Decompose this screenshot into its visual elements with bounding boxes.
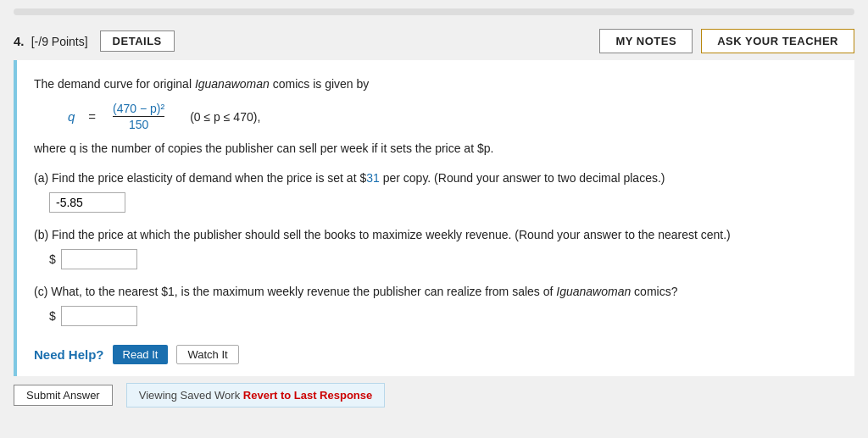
numerator: (470 − p)² (113, 102, 164, 117)
part-c-input[interactable] (61, 306, 137, 326)
points-text: [-/9 Points] (31, 35, 88, 48)
question-header: 4. [-/9 Points] DETAILS MY NOTES ASK YOU… (14, 20, 854, 60)
formula-block: q = (470 − p)² 150 (0 ≤ p ≤ 470), (68, 102, 834, 131)
watch-it-button[interactable]: Watch It (176, 345, 238, 364)
need-help-section: Need Help? Read It Watch It (34, 341, 834, 364)
question-box: The demand curve for original Iguanawoma… (14, 60, 854, 376)
my-notes-button[interactable]: MY NOTES (599, 29, 693, 53)
fraction: (470 − p)² 150 (113, 102, 164, 131)
part-a-answer-row (49, 192, 834, 213)
where-text: where q is the number of copies the publ… (34, 140, 834, 158)
viewing-text: Viewing Saved Work (139, 389, 240, 402)
part-b: (b) Find the price at which the publishe… (34, 226, 834, 269)
dollar-sign-c: $ (49, 309, 56, 323)
part-b-label: (b) Find the price at which the publishe… (34, 226, 834, 244)
header-left: 4. [-/9 Points] DETAILS (14, 30, 175, 52)
part-c-label: (c) What, to the nearest $1, is the maxi… (34, 283, 834, 301)
part-b-answer-row: $ (49, 249, 834, 269)
question-number: 4. [-/9 Points] (14, 34, 88, 48)
details-button[interactable]: DETAILS (100, 30, 175, 52)
revert-link[interactable]: Revert to Last Response (243, 389, 372, 402)
question-number-text: 4. (14, 34, 25, 48)
submit-answer-button[interactable]: Submit Answer (14, 385, 113, 406)
part-c: (c) What, to the nearest $1, is the maxi… (34, 283, 834, 326)
header-right: MY NOTES ASK YOUR TEACHER (599, 29, 854, 53)
question-intro: The demand curve for original Iguanawoma… (34, 75, 834, 93)
ask-teacher-button[interactable]: ASK YOUR TEACHER (701, 29, 854, 53)
viewing-saved-bar: Viewing Saved Work Revert to Last Respon… (126, 383, 386, 408)
part-c-answer-row: $ (49, 306, 834, 326)
denominator: 150 (129, 117, 148, 131)
submit-bar: Submit Answer Viewing Saved Work Revert … (14, 376, 854, 408)
formula-condition: (0 ≤ p ≤ 470), (190, 110, 260, 124)
dollar-sign-b: $ (49, 252, 56, 266)
part-a-input[interactable] (49, 192, 125, 213)
need-help-label: Need Help? (34, 347, 104, 362)
part-b-input[interactable] (61, 249, 137, 269)
part-a: (a) Find the price elasticity of demand … (34, 169, 834, 213)
part-a-label: (a) Find the price elasticity of demand … (34, 169, 834, 187)
read-it-button[interactable]: Read It (113, 345, 169, 364)
